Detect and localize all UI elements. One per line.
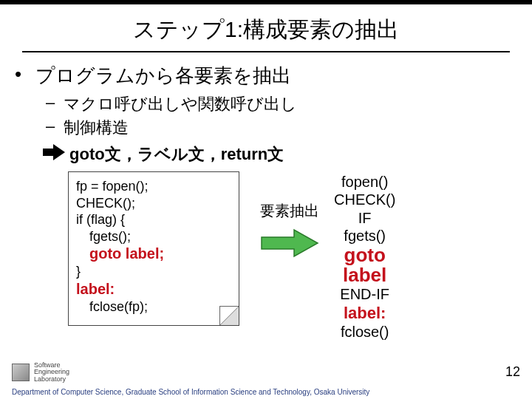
middle-column: 要素抽出 xyxy=(239,171,334,258)
emphasis-text: goto文，ラベル文，return文 xyxy=(69,143,284,166)
result-column: fopen() CHECK() IF fgets() goto label EN… xyxy=(334,171,395,341)
extract-label: 要素抽出 xyxy=(260,201,319,221)
result-line-5a: goto xyxy=(334,245,395,265)
code-line-5: goto label; xyxy=(76,245,231,263)
svg-marker-1 xyxy=(262,230,318,256)
svg-marker-0 xyxy=(43,144,65,160)
bullet-main-text: プログラムから各要素を抽出 xyxy=(35,63,291,89)
page-fold-icon xyxy=(219,306,239,325)
result-line-2: CHECK() xyxy=(334,191,395,208)
result-line-7: label: xyxy=(334,304,395,324)
result-line-5b: label xyxy=(334,265,395,285)
right-arrow-icon xyxy=(43,144,65,165)
code-line-6: } xyxy=(76,263,231,280)
lab-logo: Software Engineering Laboratory xyxy=(12,362,69,383)
code-line-8: fclose(fp); xyxy=(76,299,231,316)
code-line-1: fp = fopen(); xyxy=(76,178,231,195)
bullet-sub2-text: 制御構造 xyxy=(64,117,129,139)
lower-row: fp = fopen(); CHECK(); if (flag) { fgets… xyxy=(15,171,517,341)
emphasis-line: goto文，ラベル文，return文 xyxy=(43,143,517,166)
result-line-3: IF xyxy=(334,209,395,227)
bullet-dot-icon: • xyxy=(15,63,35,89)
result-line-4: fgets() xyxy=(334,227,395,245)
top-accent-bar xyxy=(0,0,532,4)
code-line-2: CHECK(); xyxy=(76,195,231,212)
logo-cube-icon xyxy=(12,364,30,381)
bullet-sub1-text: マクロ呼び出しや関数呼び出し xyxy=(64,93,297,115)
bullet-sub-2: – 制御構造 xyxy=(46,117,517,139)
bullet-dash-icon: – xyxy=(46,117,64,139)
content-area: • プログラムから各要素を抽出 – マクロ呼び出しや関数呼び出し – 制御構造 … xyxy=(0,63,532,341)
result-line-8: fclose() xyxy=(334,323,395,341)
logo-line-3: Laboratory xyxy=(34,376,69,383)
result-line-6: END-IF xyxy=(334,285,395,303)
bullet-main: • プログラムから各要素を抽出 xyxy=(15,63,517,89)
slide-number: 12 xyxy=(505,364,520,380)
footer-affiliation: Department of Computer Science, Graduate… xyxy=(12,388,369,396)
code-line-7: label: xyxy=(76,280,231,299)
flow-arrow-icon xyxy=(260,228,319,258)
result-line-1: fopen() xyxy=(334,173,395,191)
code-line-4: fgets(); xyxy=(76,228,231,245)
slide-title: ステップ1:構成要素の抽出 xyxy=(0,15,532,45)
title-underline xyxy=(22,51,510,52)
bullet-sub-1: – マクロ呼び出しや関数呼び出し xyxy=(46,93,517,115)
bullet-dash-icon: – xyxy=(46,93,64,115)
code-box: fp = fopen(); CHECK(); if (flag) { fgets… xyxy=(68,171,239,326)
code-line-3: if (flag) { xyxy=(76,211,231,228)
